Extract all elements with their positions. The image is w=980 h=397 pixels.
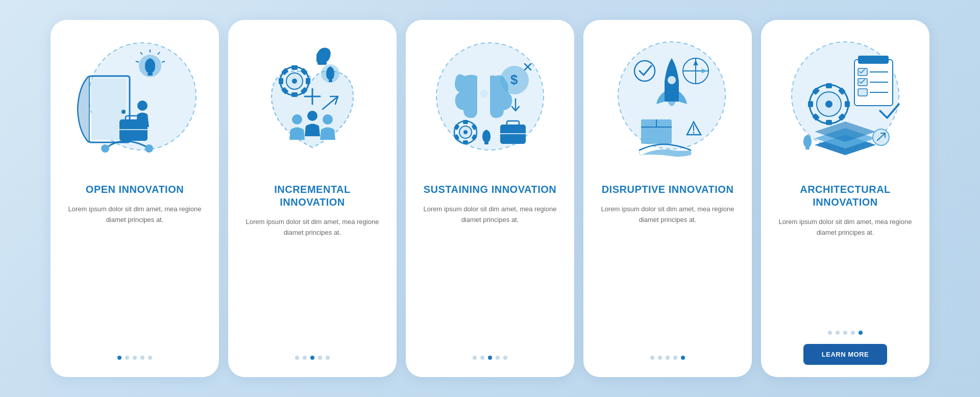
dot-3 <box>488 356 492 360</box>
card-content-incremental: INCREMENTAL INNOVATION Lorem ipsum dolor… <box>228 183 397 365</box>
card-disruptive-innovation: DISRUPTIVE INNOVATION Lorem ipsum dolor … <box>583 20 752 377</box>
dot-5 <box>859 331 863 335</box>
dot-3 <box>310 356 314 360</box>
sustaining-desc: Lorem ipsum dolor sit dim amet, mea regi… <box>420 204 560 226</box>
svg-rect-75 <box>845 101 850 107</box>
svg-rect-47 <box>463 140 468 144</box>
dot-1 <box>650 356 654 360</box>
svg-rect-77 <box>826 120 832 125</box>
illustration-incremental <box>228 20 397 183</box>
svg-rect-82 <box>858 56 889 64</box>
dot-2 <box>125 356 129 360</box>
card-content-open-innovation: OPEN INNOVATION Lorem ipsum dolor sit di… <box>51 183 219 365</box>
dot-5 <box>503 356 507 360</box>
svg-rect-24 <box>306 78 310 84</box>
sustaining-dots <box>473 356 507 360</box>
svg-rect-44 <box>463 120 468 124</box>
illustration-architectural <box>761 20 929 183</box>
open-innovation-dots <box>117 356 152 360</box>
svg-point-5 <box>121 110 126 114</box>
svg-rect-87 <box>858 89 867 96</box>
dot-3 <box>133 356 137 360</box>
dot-3 <box>666 356 670 360</box>
svg-rect-26 <box>291 92 298 97</box>
svg-rect-37 <box>317 62 327 65</box>
incremental-desc: Lorem ipsum dolor sit dim amet, mea regi… <box>242 217 382 238</box>
card-sustaining-innovation: $ SUSTAINING INNOVATION Lorem ipsum dolo… <box>406 20 574 377</box>
svg-point-21 <box>292 79 297 84</box>
dot-2 <box>836 331 840 335</box>
illustration-open-innovation <box>51 20 219 183</box>
dot-2 <box>480 356 484 360</box>
incremental-dots <box>295 356 330 360</box>
dot-3 <box>843 331 847 335</box>
disruptive-dots <box>650 356 685 360</box>
card-content-architectural: ARCHITECTURAL INNOVATION Lorem ipsum dol… <box>761 183 929 365</box>
svg-point-35 <box>307 111 317 121</box>
svg-point-40 <box>480 90 488 98</box>
dot-4 <box>318 356 322 360</box>
svg-rect-22 <box>291 65 298 70</box>
illustration-disruptive <box>583 20 752 183</box>
open-innovation-title: OPEN INNOVATION <box>86 183 184 196</box>
architectural-dots <box>828 331 863 335</box>
svg-rect-50 <box>484 142 488 144</box>
svg-point-36 <box>323 114 333 125</box>
dot-2 <box>658 356 662 360</box>
dot-1 <box>828 331 832 335</box>
card-architectural-innovation: ARCHITECTURAL INNOVATION Lorem ipsum dol… <box>761 20 929 377</box>
learn-more-button[interactable]: LEARN MORE <box>803 344 887 365</box>
svg-point-34 <box>292 114 302 125</box>
dot-4 <box>673 356 677 360</box>
dot-4 <box>851 331 855 335</box>
dot-5 <box>326 356 330 360</box>
dot-4 <box>140 356 144 360</box>
svg-text:$: $ <box>510 72 518 87</box>
disruptive-title: DISRUPTIVE INNOVATION <box>602 183 734 196</box>
svg-point-43 <box>463 130 468 134</box>
svg-point-16 <box>101 144 109 153</box>
svg-rect-90 <box>805 147 810 150</box>
card-content-disruptive: DISRUPTIVE INNOVATION Lorem ipsum dolor … <box>583 183 752 365</box>
dot-2 <box>303 356 307 360</box>
dot-5 <box>681 356 685 360</box>
card-content-sustaining: SUSTAINING INNOVATION Lorem ipsum dolor … <box>406 183 574 365</box>
incremental-title: INCREMENTAL INNOVATION <box>242 183 382 209</box>
svg-point-60 <box>668 76 676 84</box>
svg-point-17 <box>145 144 153 153</box>
card-incremental-innovation: INCREMENTAL INNOVATION Lorem ipsum dolor… <box>228 20 397 377</box>
svg-rect-28 <box>279 78 283 84</box>
svg-rect-7 <box>148 72 153 76</box>
architectural-desc: Lorem ipsum dolor sit dim amet, mea regi… <box>775 217 915 238</box>
svg-point-72 <box>825 101 832 108</box>
svg-rect-79 <box>808 101 813 107</box>
dot-1 <box>473 356 477 360</box>
disruptive-desc: Lorem ipsum dolor sit dim amet, mea regi… <box>598 204 738 226</box>
svg-point-18 <box>137 101 148 111</box>
svg-rect-55 <box>500 125 526 144</box>
card-open-innovation: OPEN INNOVATION Lorem ipsum dolor sit di… <box>51 20 219 377</box>
svg-rect-31 <box>329 80 332 82</box>
dot-5 <box>148 356 152 360</box>
svg-rect-73 <box>826 83 832 88</box>
architectural-title: ARCHITECTURAL INNOVATION <box>775 183 915 209</box>
cards-container: OPEN INNOVATION Lorem ipsum dolor sit di… <box>30 5 950 392</box>
dot-4 <box>496 356 500 360</box>
svg-point-67 <box>693 132 695 134</box>
sustaining-title: SUSTAINING INNOVATION <box>424 183 557 196</box>
dot-1 <box>117 356 121 360</box>
dot-1 <box>295 356 299 360</box>
illustration-sustaining: $ <box>406 20 574 183</box>
open-innovation-desc: Lorem ipsum dolor sit dim amet, mea regi… <box>65 204 205 226</box>
